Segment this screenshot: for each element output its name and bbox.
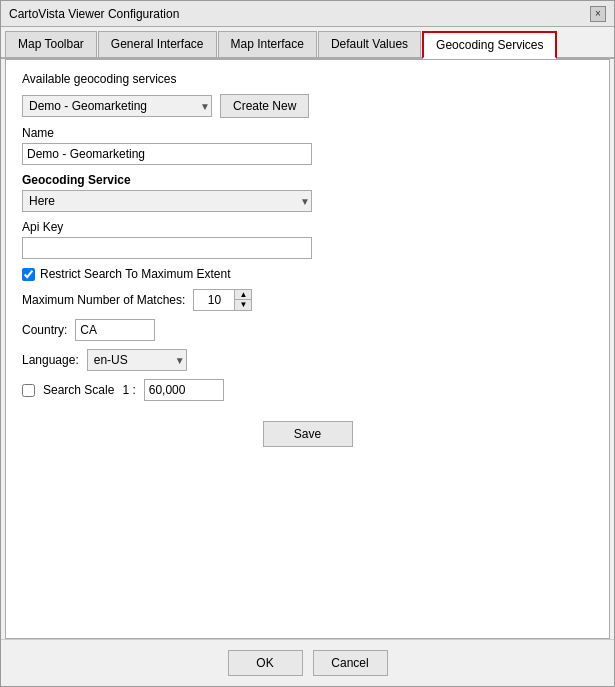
tab-general-interface[interactable]: General Interface bbox=[98, 31, 217, 57]
scale-prefix: 1 : bbox=[122, 383, 135, 397]
create-new-button[interactable]: Create New bbox=[220, 94, 309, 118]
search-scale-input[interactable] bbox=[144, 379, 224, 401]
tab-map-interface[interactable]: Map Interface bbox=[218, 31, 317, 57]
country-label: Country: bbox=[22, 323, 67, 337]
country-row: Country: bbox=[22, 319, 593, 341]
content-area: Available geocoding services Demo - Geom… bbox=[5, 59, 610, 639]
max-matches-spinner: ▲ ▼ bbox=[193, 289, 252, 311]
geocoding-service-dropdown[interactable]: Demo - Geomarketing bbox=[22, 95, 212, 117]
here-dropdown-wrap: Here ▼ bbox=[22, 190, 312, 212]
name-label: Name bbox=[22, 126, 593, 140]
title-bar: CartoVista Viewer Configuration × bbox=[1, 1, 614, 27]
max-matches-label: Maximum Number of Matches: bbox=[22, 293, 185, 307]
service-select-row: Demo - Geomarketing ▼ Create New bbox=[22, 94, 593, 118]
api-key-label: Api Key bbox=[22, 220, 593, 234]
search-scale-checkbox[interactable] bbox=[22, 384, 35, 397]
language-row: Language: en-US ▼ bbox=[22, 349, 593, 371]
geocoding-service-group: Geocoding Service Here ▼ bbox=[22, 173, 593, 212]
available-services-label: Available geocoding services bbox=[22, 72, 593, 86]
name-group: Name bbox=[22, 126, 593, 165]
language-label: Language: bbox=[22, 353, 79, 367]
spinner-up-button[interactable]: ▲ bbox=[235, 290, 251, 300]
language-dropdown[interactable]: en-US bbox=[87, 349, 187, 371]
close-icon: × bbox=[595, 8, 601, 19]
max-matches-row: Maximum Number of Matches: ▲ ▼ bbox=[22, 289, 593, 311]
available-services-group: Available geocoding services Demo - Geom… bbox=[22, 72, 593, 118]
geocoding-service-dropdown-wrap: Demo - Geomarketing ▼ bbox=[22, 95, 212, 117]
window-title: CartoVista Viewer Configuration bbox=[9, 7, 179, 21]
ok-button[interactable]: OK bbox=[228, 650, 303, 676]
here-service-dropdown[interactable]: Here bbox=[22, 190, 312, 212]
close-button[interactable]: × bbox=[590, 6, 606, 22]
tab-geocoding-services[interactable]: Geocoding Services bbox=[422, 31, 557, 59]
restrict-label[interactable]: Restrict Search To Maximum Extent bbox=[40, 267, 231, 281]
api-key-input[interactable] bbox=[22, 237, 312, 259]
tab-default-values[interactable]: Default Values bbox=[318, 31, 421, 57]
spinner-buttons: ▲ ▼ bbox=[234, 290, 251, 310]
spinner-down-button[interactable]: ▼ bbox=[235, 300, 251, 310]
tab-map-toolbar[interactable]: Map Toolbar bbox=[5, 31, 97, 57]
name-input[interactable] bbox=[22, 143, 312, 165]
language-dropdown-wrap: en-US ▼ bbox=[87, 349, 187, 371]
tab-bar: Map Toolbar General Interface Map Interf… bbox=[1, 27, 614, 59]
footer: OK Cancel bbox=[1, 639, 614, 686]
main-window: CartoVista Viewer Configuration × Map To… bbox=[0, 0, 615, 687]
api-key-group: Api Key bbox=[22, 220, 593, 259]
country-input[interactable] bbox=[75, 319, 155, 341]
restrict-search-row: Restrict Search To Maximum Extent bbox=[22, 267, 593, 281]
cancel-button[interactable]: Cancel bbox=[313, 650, 388, 676]
search-scale-label[interactable]: Search Scale bbox=[43, 383, 114, 397]
save-button[interactable]: Save bbox=[263, 421, 353, 447]
search-scale-row: Search Scale 1 : bbox=[22, 379, 593, 401]
save-row: Save bbox=[22, 421, 593, 447]
max-matches-input[interactable] bbox=[194, 290, 234, 310]
restrict-checkbox[interactable] bbox=[22, 268, 35, 281]
geocoding-service-label: Geocoding Service bbox=[22, 173, 593, 187]
